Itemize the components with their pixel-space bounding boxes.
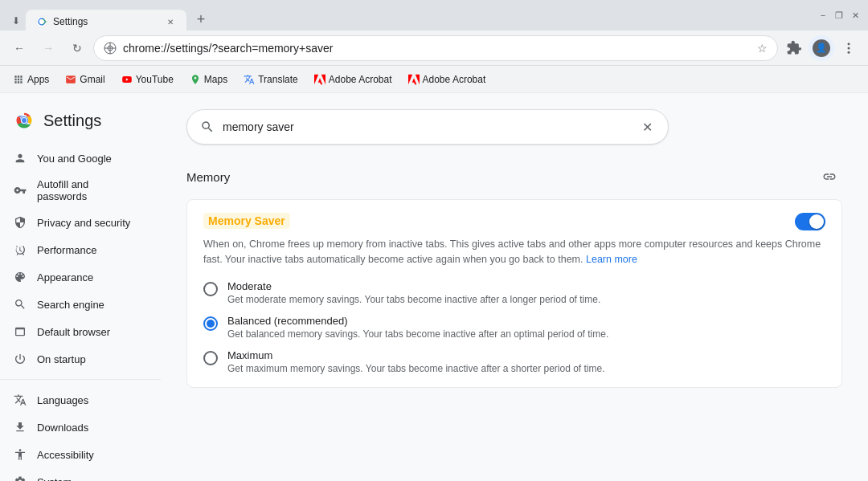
performance-icon xyxy=(13,243,27,257)
bookmark-apps-label: Apps xyxy=(27,74,49,85)
radio-option-balanced[interactable]: Balanced (recommended) Get balanced memo… xyxy=(203,315,825,340)
chrome-logo-icon xyxy=(13,109,35,132)
profile-btn[interactable]: 👤 xyxy=(809,35,834,61)
radio-options: Moderate Get moderate memory savings. Yo… xyxy=(203,280,825,374)
sidebar-item-search[interactable]: Search engine xyxy=(0,291,154,318)
sidebar-item-appearance[interactable]: Appearance xyxy=(0,263,154,291)
sidebar-logo: Settings xyxy=(0,106,161,145)
settings-search-input[interactable] xyxy=(223,120,631,133)
tab-favicon xyxy=(35,15,48,28)
minimize-btn[interactable]: − xyxy=(817,9,829,22)
sidebar-item-startup[interactable]: On startup xyxy=(0,345,154,373)
content-area: ✕ Memory Memory Saver xyxy=(161,93,868,481)
title-bar: ⬇ Settings ✕ + − ❐ ✕ xyxy=(0,0,868,31)
sidebar-item-you-and-google[interactable]: You and Google xyxy=(0,145,154,172)
close-btn[interactable]: ✕ xyxy=(849,9,862,22)
section-header: Memory xyxy=(186,164,842,190)
memory-saver-card: Memory Saver When on, Chrome frees up me… xyxy=(186,199,842,388)
system-icon xyxy=(13,475,27,481)
section-link-btn[interactable] xyxy=(817,164,842,190)
address-favicon xyxy=(104,42,117,55)
radio-label-maximum: Maximum xyxy=(227,349,605,361)
sidebar-item-label: Downloads xyxy=(37,422,88,434)
you-and-google-icon xyxy=(13,151,27,165)
nav-bar: ← → ↻ chrome://settings/?search=memory+s… xyxy=(0,31,868,66)
sidebar-item-languages[interactable]: Languages xyxy=(0,386,154,414)
section-title: Memory xyxy=(186,170,230,184)
sidebar-item-system[interactable]: System xyxy=(0,468,154,481)
bookmark-star[interactable]: ☆ xyxy=(757,42,768,55)
new-tab-btn[interactable]: + xyxy=(190,8,212,31)
tab-close-btn[interactable]: ✕ xyxy=(164,15,177,28)
sidebar-item-accessibility[interactable]: Accessibility xyxy=(0,441,154,468)
bookmark-translate-label: Translate xyxy=(258,74,298,85)
sidebar-item-performance[interactable]: Performance xyxy=(0,236,154,263)
settings-search-bar[interactable]: ✕ xyxy=(186,109,669,145)
radio-option-moderate[interactable]: Moderate Get moderate memory savings. Yo… xyxy=(203,280,825,305)
autofill-icon xyxy=(13,183,27,198)
forward-btn[interactable]: → xyxy=(35,35,61,61)
chrome-menu-btn[interactable] xyxy=(836,35,862,61)
bookmark-youtube[interactable]: YouTube xyxy=(115,71,180,88)
sidebar-item-label: Privacy and security xyxy=(37,217,130,229)
sidebar-item-downloads[interactable]: Downloads xyxy=(0,414,154,441)
bookmark-adobe2[interactable]: Adobe Acrobat xyxy=(402,71,493,88)
bookmark-apps[interactable]: Apps xyxy=(6,71,55,88)
refresh-btn[interactable]: ↻ xyxy=(64,35,90,61)
svg-point-7 xyxy=(848,47,850,49)
search-icon xyxy=(200,120,215,134)
sidebar-item-privacy[interactable]: Privacy and security xyxy=(0,209,154,236)
radio-btn-balanced[interactable] xyxy=(203,316,218,331)
toggle-container xyxy=(795,213,825,230)
bookmark-adobe-acrobat1-label: Adobe Acrobat xyxy=(329,74,392,85)
svg-point-6 xyxy=(848,43,850,45)
bookmark-adobe-acrobat2-label: Adobe Acrobat xyxy=(423,74,486,85)
sidebar-item-default-browser[interactable]: Default browser xyxy=(0,318,154,345)
sidebar-item-label: Default browser xyxy=(37,326,110,338)
sidebar-item-label: Languages xyxy=(37,394,88,406)
radio-btn-maximum[interactable] xyxy=(203,351,218,365)
sidebar-divider xyxy=(0,379,161,380)
window-controls: − ❐ ✕ xyxy=(817,9,862,22)
sidebar-item-label: On startup xyxy=(37,353,86,365)
back-btn[interactable]: ← xyxy=(6,35,32,61)
tab-title: Settings xyxy=(53,16,159,27)
bookmark-maps[interactable]: Maps xyxy=(183,71,234,88)
browser-tab-settings[interactable]: Settings ✕ xyxy=(26,10,186,34)
default-browser-icon xyxy=(13,324,27,339)
learn-more-link[interactable]: Learn more xyxy=(586,254,637,265)
tab-bar: ⬇ Settings ✕ + xyxy=(6,0,813,31)
restore-btn[interactable]: ❐ xyxy=(833,9,845,22)
bookmark-gmail-label: Gmail xyxy=(80,74,104,85)
bookmarks-bar: Apps Gmail YouTube Maps Translate Adobe … xyxy=(0,66,868,93)
bookmark-gmail[interactable]: Gmail xyxy=(59,71,111,88)
profile-avatar: 👤 xyxy=(813,39,830,57)
radio-desc-balanced: Get balanced memory savings. Your tabs b… xyxy=(227,328,608,340)
accessibility-icon xyxy=(13,447,27,462)
sidebar-item-label: Accessibility xyxy=(37,449,94,461)
languages-icon xyxy=(13,393,27,407)
bookmark-translate[interactable]: Translate xyxy=(237,71,305,88)
chrome-menu-btn[interactable]: ⬇ xyxy=(6,11,26,31)
toggle-knob xyxy=(809,214,824,229)
search-bar-container: ✕ xyxy=(186,109,842,145)
memory-saver-description: When on, Chrome frees up memory from ina… xyxy=(203,237,825,267)
radio-label-moderate: Moderate xyxy=(227,280,600,292)
memory-saver-header: Memory Saver xyxy=(203,213,825,230)
sidebar-item-label: System xyxy=(37,476,72,482)
radio-desc-moderate: Get moderate memory savings. Your tabs b… xyxy=(227,294,600,305)
bookmark-maps-label: Maps xyxy=(204,74,227,85)
memory-section: Memory Memory Saver xyxy=(186,164,842,388)
address-bar[interactable]: chrome://settings/?search=memory+saver ☆ xyxy=(93,35,778,61)
bookmark-adobe1[interactable]: Adobe Acrobat xyxy=(308,71,399,88)
sidebar: Settings You and Google Autofill and pas… xyxy=(0,93,161,481)
memory-saver-toggle[interactable] xyxy=(795,213,825,230)
radio-btn-moderate[interactable] xyxy=(203,282,218,296)
radio-option-maximum[interactable]: Maximum Get maximum memory savings. Your… xyxy=(203,349,825,374)
sidebar-item-autofill[interactable]: Autofill and passwords xyxy=(0,172,154,209)
search-clear-btn[interactable]: ✕ xyxy=(639,119,655,135)
bookmark-youtube-label: YouTube xyxy=(136,74,174,85)
svg-point-8 xyxy=(848,51,850,53)
sidebar-item-label: Appearance xyxy=(37,271,93,283)
extensions-btn[interactable] xyxy=(781,35,807,61)
